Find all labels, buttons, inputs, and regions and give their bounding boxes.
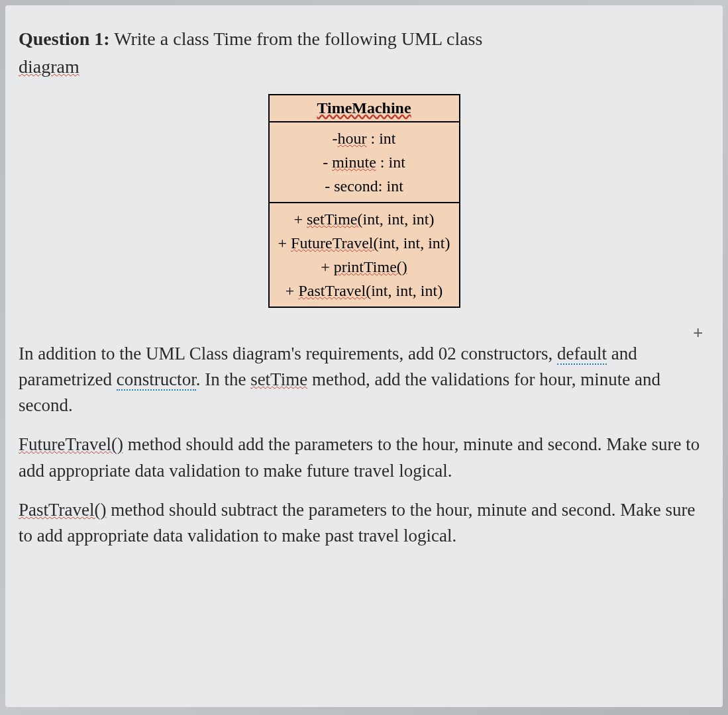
question-text: Write a class Time from the following UM… [110, 28, 483, 49]
plus-icon: + [694, 323, 703, 342]
paragraph-3: PastTravel() method should subtract the … [19, 497, 709, 549]
question-diagram-word: diagram [19, 56, 79, 77]
uml-attr-hour: -hour : int [276, 126, 452, 150]
uml-method-printTime: + printTime() [276, 255, 452, 279]
question-label: Question 1: [19, 28, 110, 49]
word-default: default [557, 344, 607, 365]
uml-attributes: -hour : int - minute : int - second: int [270, 122, 459, 203]
word-futureTravel: FutureTravel() [19, 434, 123, 454]
word-setTime: setTime [250, 369, 307, 389]
uml-methods: + setTime(int, int, int) + FutureTravel(… [270, 203, 459, 307]
word-pastTravel: PastTravel() [19, 500, 107, 520]
uml-attr-minute: - minute : int [276, 150, 452, 174]
uml-class-box: TimeMachine -hour : int - minute : int -… [268, 94, 460, 308]
uml-method-pastTravel: + PastTravel(int, int, int) [276, 279, 452, 303]
document-page: Question 1: Write a class Time from the … [5, 5, 723, 707]
paragraph-1: In addition to the UML Class diagram's r… [19, 341, 709, 418]
uml-method-setTime: + setTime(int, int, int) [276, 207, 452, 231]
question-header: Question 1: Write a class Time from the … [19, 25, 709, 81]
uml-attr-second: - second: int [276, 174, 452, 198]
uml-method-futureTravel: + FutureTravel(int, int, int) [276, 231, 452, 255]
uml-container: TimeMachine -hour : int - minute : int -… [19, 94, 709, 308]
uml-class-name: TimeMachine [270, 95, 459, 122]
word-constructor: constructor [117, 369, 196, 391]
paragraph-2: FutureTravel() method should add the par… [19, 432, 709, 483]
